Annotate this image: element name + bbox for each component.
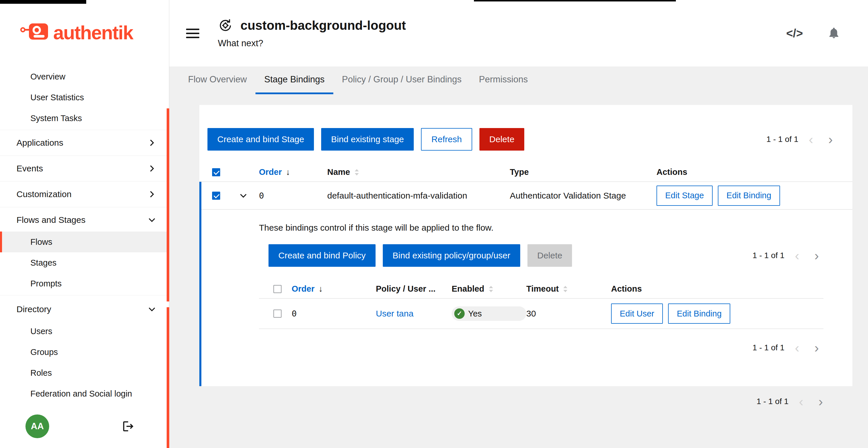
policy-bindings-description: These bindings control if this stage wil… (259, 223, 824, 233)
pagination-prev-button[interactable]: ‹ (794, 395, 808, 408)
tab-stage-bindings[interactable]: Stage Bindings (255, 67, 333, 94)
row-checkbox[interactable] (212, 192, 220, 200)
sidebar-item-customization[interactable]: Customization (0, 183, 169, 206)
select-all-checkbox[interactable] (273, 285, 281, 293)
sidebar-item-prompts[interactable]: Prompts (0, 273, 169, 294)
column-label: Name (327, 167, 350, 177)
sidebar-item-directory[interactable]: Directory (0, 298, 169, 321)
column-header-order[interactable]: Order ↓ (259, 167, 327, 177)
policy-table: Order ↓ Policy / User ... Enabled (259, 279, 824, 354)
sidebar-item-stages[interactable]: Stages (0, 252, 169, 273)
cell-order: 0 (259, 191, 327, 201)
sort-icon (562, 285, 568, 293)
create-and-bind-stage-button[interactable]: Create and bind Stage (208, 128, 314, 150)
stage-toolbar: Create and bind Stage Bind existing stag… (199, 105, 852, 163)
chevron-right-icon (148, 165, 156, 172)
sidebar-item-overview[interactable]: Overview (0, 66, 169, 87)
page-subtitle: What next? (218, 38, 786, 48)
sidebar-item-users[interactable]: Users (0, 321, 169, 342)
chevron-down-icon (240, 192, 247, 200)
authentik-logo[interactable]: authentik (0, 0, 169, 65)
page-title: custom-background-logout (241, 18, 406, 33)
notification-bell-icon[interactable] (827, 27, 840, 40)
column-label: Enabled (452, 284, 484, 294)
sidebar-item-federation-social-login[interactable]: Federation and Social login (0, 383, 169, 404)
authentik-logo-text: authentik (53, 22, 133, 44)
logout-icon[interactable] (121, 420, 134, 433)
chevron-down-icon (148, 216, 156, 224)
row-expander-button[interactable] (240, 192, 259, 200)
pagination-prev-button[interactable]: ‹ (790, 341, 804, 354)
policy-table-row: 0 User tana ✓ Yes 30 Edit User Edit Bind… (259, 299, 824, 329)
stage-pagination: 1 - 1 of 1 ‹ › (767, 133, 837, 146)
refresh-button[interactable]: Refresh (421, 128, 472, 150)
sidebar-scrollbar[interactable] (167, 108, 169, 302)
avatar[interactable]: AA (26, 414, 49, 438)
sort-icon (488, 285, 494, 293)
delete-policy-button[interactable]: Delete (527, 244, 572, 267)
sidebar-item-flows[interactable]: Flows (0, 232, 169, 252)
bind-existing-stage-button[interactable]: Bind existing stage (321, 128, 414, 150)
nav-section-flows-and-stages: Flows and Stages Flows Stages Prompts (0, 207, 169, 295)
tab-permissions[interactable]: Permissions (470, 67, 536, 94)
user-link[interactable]: User tana (376, 309, 452, 318)
column-header-enabled[interactable]: Enabled (452, 284, 526, 294)
nav-section-applications: Applications (0, 130, 169, 156)
create-and-bind-policy-button[interactable]: Create and bind Policy (269, 244, 376, 267)
policy-pagination: 1 - 1 of 1 ‹ › (752, 249, 824, 262)
sidebar-item-label: User Statistics (30, 93, 156, 102)
pagination-next-button[interactable]: › (810, 341, 824, 354)
sort-icon (353, 168, 360, 176)
bind-existing-policy-button[interactable]: Bind existing policy/group/user (383, 244, 520, 267)
pagination-next-button[interactable]: › (824, 133, 837, 146)
sidebar-item-label: Flows and Stages (17, 215, 148, 225)
api-code-icon[interactable]: </> (786, 27, 803, 40)
chevron-left-icon: ‹ (809, 132, 813, 147)
column-header-name[interactable]: Name (327, 167, 510, 177)
column-label: Order (259, 167, 282, 177)
sidebar-item-flows-and-stages[interactable]: Flows and Stages (0, 208, 169, 232)
edit-binding-button[interactable]: Edit Binding (668, 304, 730, 324)
tab-label: Flow Overview (188, 74, 247, 85)
pagination-next-button[interactable]: › (814, 395, 828, 408)
pagination-prev-button[interactable]: ‹ (804, 133, 818, 146)
delete-stage-button[interactable]: Delete (479, 128, 524, 150)
flow-icon (218, 18, 233, 33)
hamburger-menu-icon[interactable] (186, 29, 199, 38)
column-header-type: Type (510, 167, 656, 177)
cell-order: 0 (292, 309, 376, 318)
select-all-checkbox[interactable] (212, 168, 220, 176)
sidebar-item-label: Flows (30, 237, 156, 247)
column-header-order[interactable]: Order ↓ (292, 284, 376, 294)
pagination-prev-button[interactable]: ‹ (790, 249, 804, 262)
sort-desc-icon: ↓ (318, 284, 323, 294)
tab-policy-group-user-bindings[interactable]: Policy / Group / User Bindings (333, 67, 470, 94)
sidebar-scrollbar[interactable] (167, 307, 169, 448)
tab-flow-overview[interactable]: Flow Overview (179, 67, 255, 94)
sidebar-item-label: Stages (30, 258, 156, 268)
column-header-timeout[interactable]: Timeout (526, 284, 611, 294)
sidebar-item-label: Customization (17, 189, 148, 199)
stage-bottom-pagination: 1 - 1 of 1 ‹ › (199, 386, 852, 408)
enabled-status-badge: ✓ Yes (452, 306, 526, 321)
sidebar-item-roles[interactable]: Roles (0, 363, 169, 383)
cell-type: Authenticator Validation Stage (510, 191, 656, 201)
sidebar-footer: AA (0, 405, 169, 448)
pagination-label: 1 - 1 of 1 (767, 135, 799, 144)
row-checkbox[interactable] (273, 310, 281, 318)
sidebar-item-applications[interactable]: Applications (0, 131, 169, 154)
page-header: custom-background-logout What next? </> (169, 0, 868, 67)
stage-table-header: Order ↓ Name Type Actions (199, 163, 852, 182)
edit-stage-button[interactable]: Edit Stage (656, 185, 713, 206)
title-block: custom-background-logout What next? (218, 18, 786, 48)
sidebar-item-label: Users (30, 326, 156, 336)
sidebar-item-groups[interactable]: Groups (0, 342, 169, 363)
edit-user-button[interactable]: Edit User (611, 304, 663, 324)
pagination-next-button[interactable]: › (810, 249, 824, 262)
nav-section-customization: Customization (0, 181, 169, 207)
sidebar-item-system-tasks[interactable]: System Tasks (0, 108, 169, 129)
edit-binding-button[interactable]: Edit Binding (718, 185, 780, 206)
sidebar-item-events[interactable]: Events (0, 157, 169, 180)
sidebar-item-label: Directory (17, 304, 148, 314)
sidebar-item-user-statistics[interactable]: User Statistics (0, 87, 169, 108)
